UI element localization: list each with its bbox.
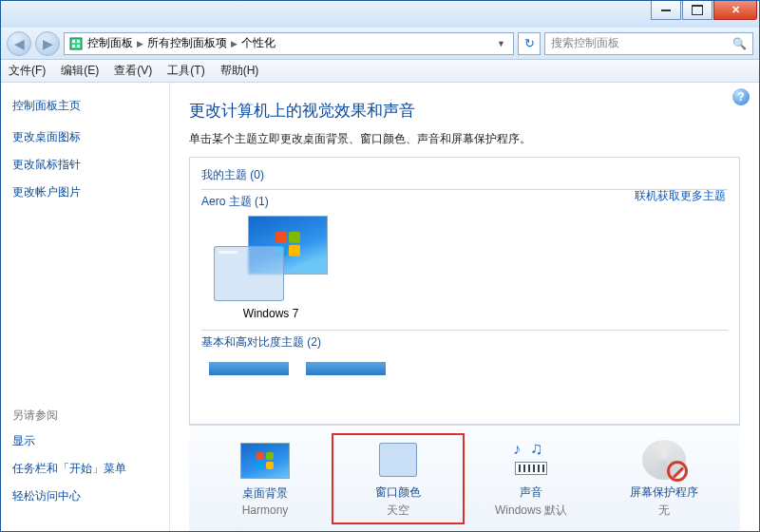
option-window-color[interactable]: 窗口颜色 天空 [332, 433, 465, 524]
option-sub: 天空 [387, 503, 409, 519]
see-also-taskbar[interactable]: 任务栏和「开始」菜单 [12, 461, 158, 477]
menu-help[interactable]: 帮助(H) [220, 63, 259, 79]
breadcrumb-root[interactable]: 控制面板 [87, 35, 133, 51]
nav-row: ◀ ▶ 控制面板▶ 所有控制面板项▶ 个性化 ▼ ↻ 搜索控制面板 🔍 [1, 28, 759, 60]
maximize-button[interactable] [682, 1, 712, 20]
option-title: 声音 [520, 484, 542, 501]
screensaver-icon [642, 440, 686, 480]
option-title: 桌面背景 [242, 485, 288, 502]
option-screensaver[interactable]: 屏幕保护程序 无 [598, 439, 731, 519]
main-pane: ? 更改计算机上的视觉效果和声音 单击某个主题立即更改桌面背景、窗口颜色、声音和… [170, 83, 759, 531]
svg-rect-0 [70, 38, 82, 49]
sidebar-link-mouse-pointers[interactable]: 更改鼠标指针 [12, 157, 158, 173]
chevron-right-icon: ▶ [231, 39, 238, 48]
titlebar: ✕ [1, 1, 759, 28]
option-title: 窗口颜色 [375, 484, 421, 501]
minimize-button[interactable] [651, 1, 681, 20]
help-icon[interactable]: ? [732, 88, 750, 105]
sidebar: 控制面板主页 更改桌面图标 更改鼠标指针 更改帐户图片 另请参阅 显示 任务栏和… [1, 83, 170, 531]
option-sub: 无 [658, 503, 670, 519]
option-sub: Harmony [242, 504, 289, 517]
close-button[interactable]: ✕ [713, 1, 757, 20]
menu-bar: 文件(F) 编辑(E) 查看(V) 工具(T) 帮助(H) [1, 60, 759, 83]
sidebar-link-desktop-icons[interactable]: 更改桌面图标 [12, 129, 158, 145]
chevron-right-icon: ▶ [137, 39, 143, 48]
menu-tools[interactable]: 工具(T) [167, 63, 204, 79]
option-title: 屏幕保护程序 [630, 484, 698, 501]
basic-theme-thumb[interactable] [209, 362, 289, 375]
option-sounds[interactable]: ♪♫ 声音 Windows 默认 [465, 439, 598, 519]
svg-rect-2 [77, 40, 80, 43]
svg-rect-1 [72, 40, 75, 43]
address-bar[interactable]: 控制面板▶ 所有控制面板项▶ 个性化 ▼ [64, 32, 514, 55]
theme-windows7[interactable]: Windows 7 [209, 216, 332, 320]
refresh-button[interactable]: ↻ [518, 32, 541, 55]
bottom-options: 桌面背景 Harmony 窗口颜色 天空 ♪♫ 声音 Windows 默认 [189, 425, 740, 531]
search-icon: 🔍 [732, 37, 747, 50]
breadcrumb-mid[interactable]: 所有控制面板项 [147, 35, 227, 51]
page-subtext: 单击某个主题立即更改桌面背景、窗口颜色、声音和屏幕保护程序。 [189, 131, 740, 147]
theme-label: Windows 7 [243, 307, 299, 320]
window-color-thumb-icon [214, 246, 284, 301]
svg-rect-4 [77, 45, 80, 48]
window-color-icon [379, 443, 417, 477]
back-button[interactable]: ◀ [7, 31, 31, 56]
menu-edit[interactable]: 编辑(E) [61, 63, 99, 79]
option-desktop-background[interactable]: 桌面背景 Harmony [199, 440, 332, 517]
my-themes-heading: 我的主题 (0) [201, 167, 728, 183]
menu-file[interactable]: 文件(F) [9, 63, 46, 79]
sidebar-home[interactable]: 控制面板主页 [12, 98, 158, 114]
theme-list: 我的主题 (0) 联机获取更多主题 Aero 主题 (1) Windows 7 … [189, 157, 740, 425]
forward-button[interactable]: ▶ [35, 31, 60, 56]
wallpaper-icon [240, 443, 290, 479]
breadcrumb-leaf[interactable]: 个性化 [241, 35, 276, 51]
option-sub: Windows 默认 [495, 503, 567, 519]
sound-icon: ♪♫ [507, 441, 555, 479]
see-also-display[interactable]: 显示 [12, 433, 158, 449]
svg-rect-3 [72, 45, 75, 48]
see-also-heading: 另请参阅 [12, 408, 158, 424]
address-dropdown-icon[interactable]: ▼ [493, 39, 509, 48]
search-input[interactable]: 搜索控制面板 🔍 [544, 32, 753, 55]
page-title: 更改计算机上的视觉效果和声音 [189, 100, 740, 122]
basic-theme-thumb[interactable] [306, 362, 386, 375]
control-panel-icon [68, 36, 84, 51]
see-also-ease-of-access[interactable]: 轻松访问中心 [12, 488, 158, 504]
basic-themes-heading: 基本和高对比度主题 (2) [201, 334, 728, 351]
menu-view[interactable]: 查看(V) [114, 63, 152, 79]
get-more-themes-link[interactable]: 联机获取更多主题 [635, 188, 726, 204]
sidebar-link-account-picture[interactable]: 更改帐户图片 [12, 184, 158, 200]
search-placeholder: 搜索控制面板 [551, 35, 619, 51]
